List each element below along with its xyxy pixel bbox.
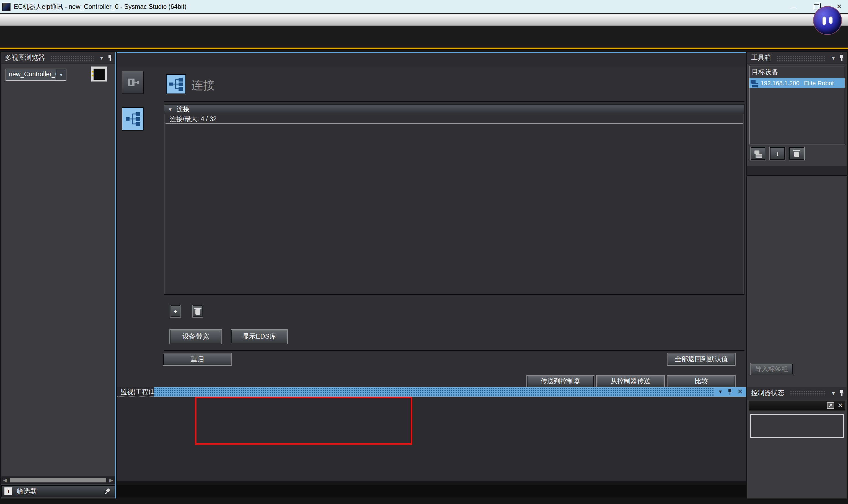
app-icon: [2, 2, 11, 11]
explorer-header: 多视图浏览器 ▼: [1, 52, 115, 64]
panel-dots: [790, 390, 825, 396]
register-device-button[interactable]: [750, 147, 765, 160]
minimize-button[interactable]: ─: [788, 3, 799, 11]
add-device-button[interactable]: +: [770, 147, 785, 160]
controller-thumbnail: [91, 66, 107, 82]
info-icon: i: [4, 487, 12, 495]
expand-icon[interactable]: ↗: [827, 402, 834, 409]
pin-icon[interactable]: [839, 54, 845, 61]
pin-icon[interactable]: [727, 388, 733, 395]
controller-selector-value: new_Controller_0: [6, 69, 56, 80]
connection-editor: 连接 ▼ 连接 连接/最大: 4 / 32 +: [117, 68, 746, 387]
divider: [164, 350, 744, 351]
scroll-right-icon[interactable]: ▶: [107, 478, 115, 483]
adapter-view-button[interactable]: [122, 71, 144, 94]
target-device-item[interactable]: 192.168.1.200 Elite Robot: [749, 78, 845, 88]
toolbox-title: 工具箱: [751, 53, 771, 62]
target-device-list: 目标设备 192.168.1.200 Elite Robot: [749, 66, 845, 144]
transfer-from-controller-button[interactable]: 从控制器传送: [597, 376, 664, 387]
device-bandwidth-button[interactable]: 设备带宽: [170, 330, 222, 344]
multiview-explorer-panel: 多视图浏览器 ▼ new_Controller_0 ▼ ◀ ▶ i 筛选器: [1, 52, 116, 499]
add-connection-button[interactable]: +: [171, 305, 180, 317]
toolbox-header: 工具箱 ▼: [747, 52, 847, 64]
window-title: EC机器人eip通讯 - new_Controller_0 - Sysmac S…: [14, 2, 187, 11]
target-device-label: 目标设备: [749, 66, 845, 78]
adapter-icon: [126, 75, 140, 90]
show-eds-button[interactable]: 显示EDS库: [231, 330, 287, 344]
pin-icon[interactable]: [107, 54, 113, 61]
scrollbar-thumb[interactable]: [10, 478, 106, 482]
plus-icon: +: [174, 307, 177, 315]
annotation-red-box: [195, 397, 412, 445]
chevron-down-icon[interactable]: ▼: [831, 390, 836, 396]
menu-bar: [0, 13, 848, 26]
watch-panel-title: 监视(工程)1: [117, 388, 154, 396]
restore-button[interactable]: [814, 4, 819, 9]
main-area: 连接 ▼ 连接 连接/最大: 4 / 32 +: [117, 52, 746, 499]
divider: [164, 101, 744, 102]
close-icon[interactable]: ✕: [837, 402, 843, 409]
delete-device-button[interactable]: [789, 147, 804, 160]
filter-label: 筛选器: [17, 487, 105, 496]
toolbox-panel: 工具箱 ▼ 目标设备 192.168.1.200 Elite Robot + 导…: [747, 52, 847, 499]
device-icon: [750, 80, 758, 86]
panel-dots: [154, 387, 714, 396]
trash-icon: [794, 150, 800, 157]
close-icon[interactable]: ✕: [737, 388, 743, 396]
watch-panel-header: 监视(工程)1 ▼ ✕: [117, 387, 746, 397]
trash-icon: [195, 308, 201, 315]
connection-section-title: 连接: [177, 106, 189, 112]
transfer-to-controller-button[interactable]: 传送到控制器: [527, 376, 594, 387]
connection-table: [165, 123, 743, 124]
plus-icon: +: [775, 149, 780, 158]
sysmac-pause-logo: [814, 7, 841, 34]
connection-tree-icon: [125, 111, 141, 127]
import-tag-group-button[interactable]: 导入标签组: [750, 363, 793, 375]
pin-icon[interactable]: [839, 390, 845, 397]
chevron-down-icon[interactable]: ▼: [718, 389, 723, 394]
controller-status-toolbar: ↗ ✕: [748, 400, 846, 411]
target-device-ip: 192.168.1.200: [761, 80, 799, 86]
document-tabs: [117, 52, 746, 68]
panel-dots: [50, 55, 93, 60]
controller-selector[interactable]: new_Controller_0 ▼: [5, 69, 67, 81]
app-window: EC机器人eip通讯 - new_Controller_0 - Sysmac S…: [0, 0, 848, 504]
scroll-left-icon[interactable]: ◀: [1, 478, 9, 483]
delete-connection-button[interactable]: [193, 305, 202, 317]
connection-counter: 连接/最大: 4 / 32: [164, 114, 744, 123]
variable-table-header: [747, 166, 847, 176]
chevron-down-icon[interactable]: ▼: [831, 55, 836, 60]
controller-status-title: 控制器状态: [751, 389, 784, 398]
chevron-down-icon[interactable]: ▼: [56, 69, 66, 80]
restart-button[interactable]: 重启: [163, 354, 231, 365]
page-icon: [166, 74, 186, 94]
filter-bar[interactable]: i 筛选器: [1, 485, 115, 497]
chevron-down-icon[interactable]: ▼: [99, 55, 104, 60]
title-bar: EC机器人eip通讯 - new_Controller_0 - Sysmac S…: [0, 0, 848, 13]
chevron-down-icon: ▼: [168, 107, 173, 112]
connection-section: ▼ 连接 连接/最大: 4 / 32: [164, 104, 744, 295]
online-mode-strip: [0, 48, 848, 49]
controller-status-box: [750, 414, 844, 438]
restore-defaults-button[interactable]: 全部返回到默认值: [668, 354, 735, 365]
connection-section-header[interactable]: ▼ 连接: [164, 105, 744, 114]
main-toolbar: [0, 26, 848, 48]
bottom-tabs: [117, 485, 746, 497]
connection-view-button[interactable]: [122, 107, 144, 130]
explorer-title: 多视图浏览器: [5, 53, 45, 62]
compare-button[interactable]: 比较: [668, 376, 735, 387]
controller-status-header: 控制器状态 ▼: [747, 387, 847, 399]
folder-list-icon: [754, 150, 762, 157]
horizontal-scrollbar[interactable]: ◀ ▶: [1, 476, 115, 484]
panel-dots: [777, 55, 825, 60]
target-device-name: Elite Robot: [804, 80, 834, 86]
page-title: 连接: [192, 77, 215, 93]
watch-panel: 监视(工程)1 ▼ ✕: [117, 387, 746, 481]
